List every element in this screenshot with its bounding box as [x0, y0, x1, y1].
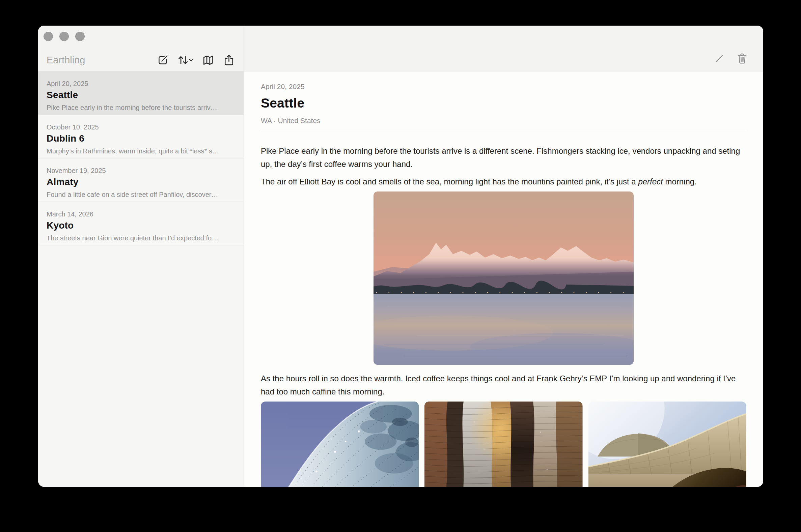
entry-detail-pane: April 20, 2025 Seattle WA · United State… [244, 26, 763, 487]
window-controls [43, 32, 85, 41]
minimize-window-button[interactable] [59, 32, 69, 41]
sort-arrows-icon [178, 55, 194, 66]
compose-icon [157, 55, 168, 66]
zoom-window-button[interactable] [75, 32, 85, 41]
earthling-app-window: Earthling [38, 26, 763, 487]
share-icon [224, 54, 234, 66]
entry-title: Seattle [47, 89, 236, 101]
entry-title: Dublin 6 [47, 133, 236, 144]
list-item-dublin[interactable]: October 10, 2025 Dublin 6 Murphy’s in Ra… [38, 115, 243, 158]
photo-bronze-panels-closeup[interactable] [424, 401, 582, 487]
entry-detail-date: April 20, 2025 [261, 82, 746, 91]
entry-preview: Found a little cafe on a side street off… [47, 190, 236, 199]
entry-title: Kyoto [47, 220, 236, 231]
photo-attachments-row [261, 401, 746, 487]
paragraph-2-text: morning. [663, 177, 697, 186]
share-button[interactable] [224, 54, 234, 66]
entry-date: April 20, 2025 [47, 79, 236, 88]
sidebar: Earthling [38, 26, 244, 487]
pencil-icon [714, 53, 724, 63]
entry-preview: Murphy’s in Rathmines, warm inside, quit… [47, 147, 236, 155]
photo-olympic-mountains-sunrise[interactable] [374, 191, 634, 365]
entry-date: October 10, 2025 [47, 123, 236, 132]
journal-entry-list: April 20, 2025 Seattle Pike Place early … [38, 72, 243, 487]
detail-toolbar [244, 26, 763, 72]
entry-date: November 19, 2025 [47, 166, 236, 175]
sort-button[interactable] [178, 55, 194, 66]
compose-button[interactable] [157, 55, 168, 66]
entry-detail-title: Seattle [261, 95, 746, 111]
photo-white-metal-curves[interactable] [261, 401, 419, 487]
delete-entry-button[interactable] [736, 52, 748, 64]
paragraph-2-text: The air off Elliott Bay is cool and smel… [261, 177, 638, 186]
close-window-button[interactable] [43, 32, 53, 41]
list-item-almaty[interactable]: November 19, 2025 Almaty Found a little … [38, 158, 243, 202]
sidebar-header: Earthling [38, 26, 243, 72]
entry-paragraph-1: Pike Place early in the morning before t… [261, 144, 746, 171]
map-button[interactable] [203, 55, 215, 66]
trash-icon [736, 52, 748, 64]
entry-preview: Pike Place early in the morning before t… [47, 103, 236, 112]
edit-entry-button[interactable] [714, 53, 724, 63]
entry-content: April 20, 2025 Seattle WA · United State… [244, 72, 763, 487]
list-item-kyoto[interactable]: March 14, 2026 Kyoto The streets near Gi… [38, 202, 243, 245]
entry-date: March 14, 2026 [47, 210, 236, 218]
paragraph-2-italic: perfect [638, 177, 663, 186]
list-item-seattle[interactable]: April 20, 2025 Seattle Pike Place early … [38, 72, 243, 115]
entry-preview: The streets near Gion were quieter than … [47, 234, 236, 242]
app-title: Earthling [47, 54, 85, 66]
desktop-background: Earthling [0, 0, 801, 532]
photo-gold-facade-sky[interactable] [588, 401, 746, 487]
entry-paragraph-3: As the hours roll in so does the warmth.… [261, 372, 746, 398]
entry-paragraph-2: The air off Elliott Bay is cool and smel… [261, 175, 746, 188]
entry-title: Almaty [47, 176, 236, 188]
map-icon [203, 55, 215, 66]
sidebar-toolbar [157, 54, 234, 66]
header-divider [261, 132, 746, 132]
entry-detail-location: WA · United States [261, 116, 746, 125]
